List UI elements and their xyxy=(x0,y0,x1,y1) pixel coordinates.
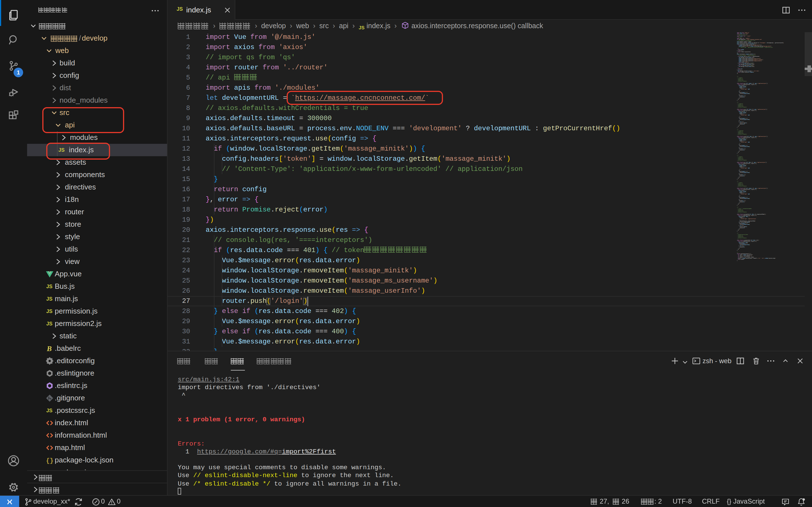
svg-text:{}: {} xyxy=(46,457,53,464)
svg-text:B: B xyxy=(46,345,51,353)
